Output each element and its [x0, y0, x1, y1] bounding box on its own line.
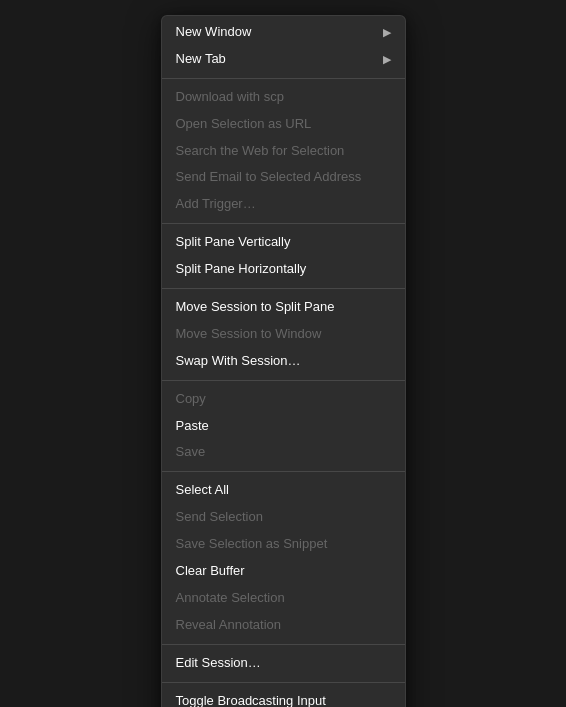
divider-3 — [162, 288, 405, 289]
edit-session-item[interactable]: Edit Session… — [162, 650, 405, 677]
split-vertically-item[interactable]: Split Pane Vertically — [162, 229, 405, 256]
divider-2 — [162, 223, 405, 224]
open-selection-url-item: Open Selection as URL — [162, 111, 405, 138]
section-window: New Window ▶ New Tab ▶ — [162, 16, 405, 76]
download-scp-label: Download with scp — [176, 89, 284, 106]
select-all-label: Select All — [176, 482, 229, 499]
move-session-window-item: Move Session to Window — [162, 321, 405, 348]
open-selection-url-label: Open Selection as URL — [176, 116, 312, 133]
section-clipboard: Copy Paste Save — [162, 383, 405, 470]
move-session-split-item[interactable]: Move Session to Split Pane — [162, 294, 405, 321]
clear-buffer-item[interactable]: Clear Buffer — [162, 558, 405, 585]
edit-session-label: Edit Session… — [176, 655, 261, 672]
divider-5 — [162, 471, 405, 472]
search-web-label: Search the Web for Selection — [176, 143, 345, 160]
divider-1 — [162, 78, 405, 79]
section-session: Move Session to Split Pane Move Session … — [162, 291, 405, 378]
move-session-window-label: Move Session to Window — [176, 326, 322, 343]
select-all-item[interactable]: Select All — [162, 477, 405, 504]
section-split: Split Pane Vertically Split Pane Horizon… — [162, 226, 405, 286]
split-vertically-label: Split Pane Vertically — [176, 234, 291, 251]
save-item: Save — [162, 439, 405, 466]
divider-6 — [162, 644, 405, 645]
reveal-annotation-label: Reveal Annotation — [176, 617, 282, 634]
context-menu: New Window ▶ New Tab ▶ Download with scp… — [161, 15, 406, 707]
toggle-broadcasting-item[interactable]: Toggle Broadcasting Input — [162, 688, 405, 707]
new-tab-arrow: ▶ — [383, 52, 391, 66]
send-email-label: Send Email to Selected Address — [176, 169, 362, 186]
copy-item: Copy — [162, 386, 405, 413]
toggle-broadcasting-label: Toggle Broadcasting Input — [176, 693, 326, 707]
divider-7 — [162, 682, 405, 683]
new-window-label: New Window — [176, 24, 252, 41]
split-horizontally-label: Split Pane Horizontally — [176, 261, 307, 278]
new-tab-item[interactable]: New Tab ▶ — [162, 46, 405, 73]
search-web-item: Search the Web for Selection — [162, 138, 405, 165]
download-scp-item: Download with scp — [162, 84, 405, 111]
annotate-selection-item: Annotate Selection — [162, 585, 405, 612]
add-trigger-item: Add Trigger… — [162, 191, 405, 218]
clear-buffer-label: Clear Buffer — [176, 563, 245, 580]
swap-session-item[interactable]: Swap With Session… — [162, 348, 405, 375]
swap-session-label: Swap With Session… — [176, 353, 301, 370]
copy-label: Copy — [176, 391, 206, 408]
send-email-item: Send Email to Selected Address — [162, 164, 405, 191]
paste-item[interactable]: Paste — [162, 413, 405, 440]
move-session-split-label: Move Session to Split Pane — [176, 299, 335, 316]
send-selection-label: Send Selection — [176, 509, 263, 526]
new-window-arrow: ▶ — [383, 25, 391, 39]
new-tab-label: New Tab — [176, 51, 226, 68]
annotate-selection-label: Annotate Selection — [176, 590, 285, 607]
add-trigger-label: Add Trigger… — [176, 196, 256, 213]
section-selection: Download with scp Open Selection as URL … — [162, 81, 405, 221]
section-edit-session: Edit Session… — [162, 647, 405, 680]
reveal-annotation-item: Reveal Annotation — [162, 612, 405, 639]
divider-4 — [162, 380, 405, 381]
split-horizontally-item[interactable]: Split Pane Horizontally — [162, 256, 405, 283]
new-window-item[interactable]: New Window ▶ — [162, 19, 405, 46]
save-selection-snippet-item: Save Selection as Snippet — [162, 531, 405, 558]
section-buffer: Select All Send Selection Save Selection… — [162, 474, 405, 641]
save-selection-snippet-label: Save Selection as Snippet — [176, 536, 328, 553]
send-selection-item: Send Selection — [162, 504, 405, 531]
save-label: Save — [176, 444, 206, 461]
section-broadcast: Toggle Broadcasting Input — [162, 685, 405, 707]
paste-label: Paste — [176, 418, 209, 435]
